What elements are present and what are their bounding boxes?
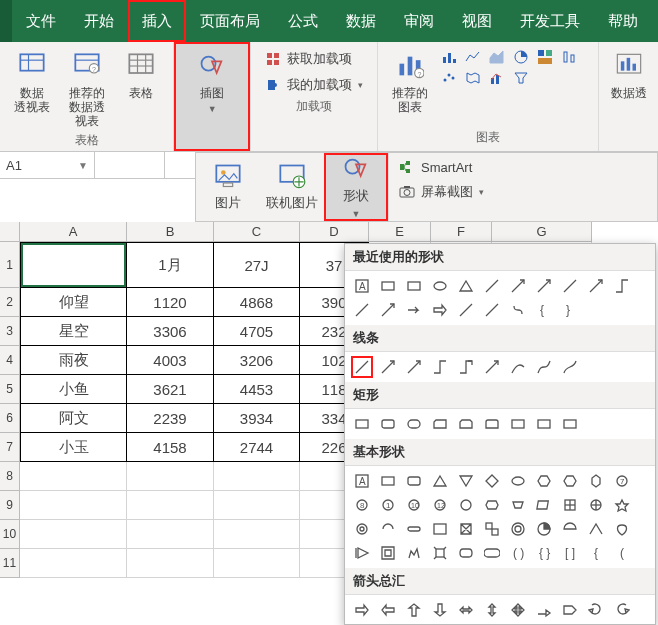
cell[interactable]: 4705 — [214, 317, 300, 346]
shape-item[interactable] — [587, 520, 605, 538]
tab-data[interactable]: 数据 — [332, 0, 390, 42]
shape-item[interactable] — [431, 277, 449, 295]
tab-review[interactable]: 审阅 — [390, 0, 448, 42]
shape-item[interactable] — [431, 301, 449, 319]
shape-item[interactable] — [457, 277, 475, 295]
shape-item[interactable] — [353, 520, 371, 538]
shape-item[interactable] — [587, 601, 605, 619]
shape-item[interactable] — [405, 520, 423, 538]
shape-item[interactable] — [431, 358, 449, 376]
shape-item[interactable] — [405, 277, 423, 295]
cell[interactable]: 小鱼 — [20, 375, 127, 404]
recommended-charts-button[interactable]: ? 推荐的 图表 — [386, 46, 434, 118]
shape-item[interactable] — [405, 472, 423, 490]
col-header-B[interactable]: B — [127, 222, 214, 242]
pie-chart-icon[interactable] — [512, 48, 530, 66]
shape-item[interactable] — [457, 472, 475, 490]
tab-help[interactable]: 帮助 — [594, 0, 652, 42]
col-header-G[interactable]: G — [492, 222, 592, 242]
shape-item[interactable] — [379, 301, 397, 319]
cell[interactable]: 星空 — [20, 317, 127, 346]
recommend-pivot-button[interactable]: ? 推荐的 数据透视表 — [62, 46, 111, 132]
name-box[interactable]: A1 ▼ — [0, 152, 95, 178]
shape-item[interactable] — [457, 601, 475, 619]
shape-item[interactable] — [561, 277, 579, 295]
shape-item[interactable] — [379, 358, 397, 376]
col-header-E[interactable]: E — [369, 222, 431, 242]
shape-item[interactable] — [379, 520, 397, 538]
shape-item[interactable] — [509, 358, 527, 376]
chevron-down-icon[interactable]: ▼ — [78, 160, 88, 171]
row-header[interactable]: 6 — [0, 404, 20, 433]
shapes-button[interactable]: 形状 ▼ — [324, 153, 388, 221]
row-header[interactable]: 5 — [0, 375, 20, 404]
cell[interactable] — [127, 462, 214, 491]
shape-item[interactable] — [405, 601, 423, 619]
shape-item[interactable] — [353, 415, 371, 433]
cell[interactable]: 2744 — [214, 433, 300, 462]
cell[interactable]: 仰望 — [20, 288, 127, 317]
select-all-corner[interactable] — [0, 222, 20, 242]
shape-item[interactable]: ( — [613, 544, 631, 562]
shape-item[interactable] — [535, 520, 553, 538]
shape-item[interactable] — [535, 415, 553, 433]
cell[interactable]: 阿文 — [20, 404, 127, 433]
illustrations-button[interactable]: 插图 ▼ — [188, 46, 236, 118]
tab-formula[interactable]: 公式 — [274, 0, 332, 42]
cell[interactable]: 3621 — [127, 375, 214, 404]
sparkline-button[interactable]: 数据透 — [605, 46, 653, 104]
cell[interactable]: 3206 — [214, 346, 300, 375]
cell[interactable]: 1120 — [127, 288, 214, 317]
tab-file[interactable]: 文件 — [12, 0, 70, 42]
shape-item[interactable] — [561, 601, 579, 619]
shape-item[interactable] — [535, 472, 553, 490]
hier-chart-icon[interactable] — [536, 48, 554, 66]
row-header[interactable]: 7 — [0, 433, 20, 462]
tab-layout[interactable]: 页面布局 — [186, 0, 274, 42]
cell[interactable] — [214, 520, 300, 549]
get-addins-button[interactable]: 获取加载项 — [265, 50, 363, 68]
shape-item[interactable] — [509, 520, 527, 538]
shape-item[interactable]: 12 — [431, 496, 449, 514]
shape-item[interactable] — [457, 520, 475, 538]
shape-item[interactable] — [587, 277, 605, 295]
my-addins-button[interactable]: 我的加载项 ▾ — [265, 76, 363, 94]
col-header-C[interactable]: C — [214, 222, 300, 242]
funnel-chart-icon[interactable] — [512, 69, 530, 87]
line-chart-icon[interactable] — [464, 48, 482, 66]
col-header-D[interactable]: D — [300, 222, 369, 242]
shape-item[interactable] — [509, 601, 527, 619]
shape-item[interactable] — [613, 496, 631, 514]
cell[interactable]: 4158 — [127, 433, 214, 462]
shape-item[interactable] — [353, 601, 371, 619]
cell[interactable] — [127, 491, 214, 520]
shape-item[interactable] — [405, 415, 423, 433]
shape-item[interactable]: A — [353, 277, 371, 295]
shape-item[interactable] — [509, 277, 527, 295]
shape-item[interactable] — [483, 601, 501, 619]
cell[interactable] — [20, 520, 127, 549]
shape-item[interactable] — [431, 520, 449, 538]
shape-item[interactable] — [483, 358, 501, 376]
shape-item[interactable]: 1 — [379, 496, 397, 514]
shape-item[interactable] — [431, 472, 449, 490]
col-header-F[interactable]: F — [431, 222, 492, 242]
shape-item[interactable] — [431, 415, 449, 433]
shape-item[interactable] — [353, 358, 371, 376]
shape-item[interactable] — [483, 415, 501, 433]
tab-dev[interactable]: 开发工具 — [506, 0, 594, 42]
shape-item[interactable] — [379, 415, 397, 433]
table-button[interactable]: 表格 — [117, 46, 165, 104]
shape-item[interactable]: { — [535, 301, 553, 319]
shape-item[interactable] — [509, 415, 527, 433]
cell[interactable] — [127, 549, 214, 578]
shape-item[interactable] — [561, 520, 579, 538]
shape-item[interactable] — [613, 520, 631, 538]
row-header[interactable]: 11 — [0, 549, 20, 578]
picture-button[interactable]: 图片 — [196, 153, 260, 221]
cell[interactable]: 1月 — [127, 242, 214, 288]
cell[interactable]: 4868 — [214, 288, 300, 317]
cell[interactable] — [20, 549, 127, 578]
cell[interactable]: 4003 — [127, 346, 214, 375]
row-header[interactable]: 9 — [0, 491, 20, 520]
